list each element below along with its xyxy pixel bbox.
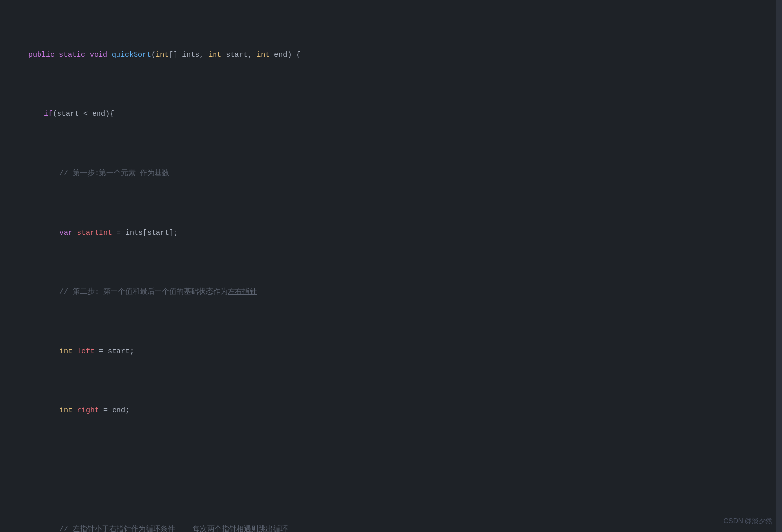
line-num-26 [0, 314, 20, 327]
line-num-27 [0, 326, 20, 339]
line-num-28 [0, 339, 20, 352]
line-num-40 [0, 489, 20, 501]
line-num-36 [0, 439, 20, 452]
kw-if: if [44, 108, 53, 120]
type-int-arr: int [156, 49, 169, 61]
code-line-7: int right = end; [28, 405, 776, 417]
line-num-20 [0, 239, 20, 252]
line-num-6 [0, 64, 20, 77]
line-num-33 [0, 401, 20, 414]
line-num-29 [0, 352, 20, 364]
code-content: public static void quickSort(int[] ints,… [23, 0, 776, 532]
line-num-32 [0, 389, 20, 401]
line-num-16 [0, 189, 20, 202]
code-line-4: var startInt = ints[start]; [28, 227, 776, 239]
kw-void: void [90, 49, 107, 61]
line-num-11 [0, 127, 20, 139]
kw-public: public [28, 49, 55, 61]
fn-quicksort: quickSort [112, 49, 151, 61]
line-num-7 [0, 77, 20, 90]
code-line-3: // 第一步:第一个元素 作为基数 [28, 167, 776, 180]
code-line-8 [28, 464, 776, 476]
comment-step2: // 第二步: 第一个值和最后一个值的基础状态作为左右指针 [59, 286, 257, 298]
comment-step3-outer: // 左指针小于右指针作为循环条件 每次两个指针相遇则跳出循环 [59, 524, 288, 532]
scrollbar[interactable] [776, 0, 782, 532]
line-num-25 [0, 301, 20, 314]
code-line-5: // 第二步: 第一个值和最后一个值的基础状态作为左右指针 [28, 286, 776, 298]
line-num-1 [0, 2, 20, 15]
line-num-30 [0, 364, 20, 376]
line-num-5 [0, 52, 20, 64]
line-num-18 [0, 214, 20, 227]
line-num-8 [0, 89, 20, 102]
line-num-38 [0, 464, 20, 476]
line-num-14 [0, 164, 20, 177]
line-num-13 [0, 152, 20, 164]
line-num-24 [0, 289, 20, 302]
line-num-3 [0, 27, 20, 39]
code-line-6: int left = start; [28, 345, 776, 358]
line-num-37 [0, 451, 20, 464]
line-num-2 [0, 15, 20, 27]
line-num-4 [0, 39, 20, 52]
line-num-23 [0, 276, 20, 289]
line-num-10 [0, 114, 20, 127]
line-num-39 [0, 476, 20, 489]
kw-static: static [59, 49, 85, 61]
code-editor: public static void quickSort(int[] ints,… [0, 0, 782, 532]
line-num-9 [0, 102, 20, 115]
line-num-42 [0, 513, 20, 526]
code-line-1: public static void quickSort(int[] ints,… [28, 49, 776, 61]
line-num-12 [0, 139, 20, 152]
line-num-17 [0, 202, 20, 215]
code-line-2: if(start < end){ [28, 108, 776, 121]
line-num-41 [0, 501, 20, 514]
line-num-35 [0, 426, 20, 439]
watermark-text: CSDN @淡夕然 [723, 515, 772, 526]
comment-step1: // 第一步:第一个元素 作为基数 [59, 168, 169, 179]
line-num-31 [0, 376, 20, 389]
line-num-34 [0, 414, 20, 427]
line-num-22 [0, 264, 20, 276]
line-num-15 [0, 177, 20, 189]
line-num-21 [0, 252, 20, 264]
line-numbers [0, 0, 23, 532]
param-ints: ints [182, 49, 199, 61]
line-num-19 [0, 227, 20, 239]
code-line-9: // 左指针小于右指针作为循环条件 每次两个指针相遇则跳出循环 [28, 523, 776, 532]
